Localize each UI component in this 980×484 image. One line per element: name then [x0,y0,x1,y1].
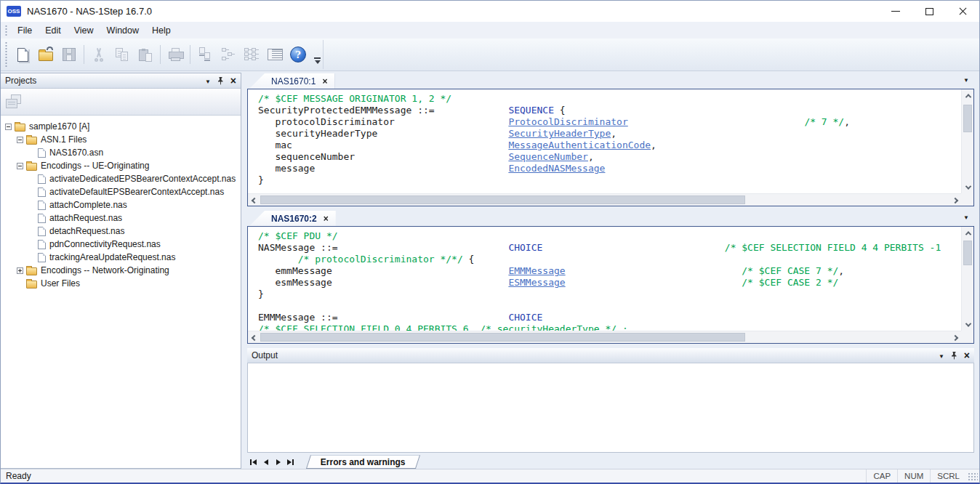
resize-grip[interactable] [968,472,978,481]
status-message: Ready [6,471,31,481]
type-reference-link[interactable]: EMMMessage [508,265,565,276]
type-reference-link[interactable]: SequenceNumber [508,151,588,162]
type-reference-link[interactable]: EncodedNASMessage [508,163,605,174]
tree-item[interactable]: attachRequest.nas [1,211,241,225]
tab-close-icon[interactable] [322,76,327,86]
next-tab-button[interactable] [272,456,284,468]
comment-token: /* $CEF CASE 7 */ [742,265,838,276]
tab-list-dropdown-icon[interactable] [963,74,969,84]
file-icon [38,240,46,249]
previous-tab-button[interactable] [260,456,272,468]
editor-pane-2[interactable]: /* $CEF PDU */NASMessage ::=CHOICE/* $CE… [247,226,974,344]
scrollbar-corner [961,331,973,343]
pin-icon[interactable] [217,77,224,85]
scroll-left-button[interactable] [248,194,260,206]
menu-window[interactable]: Window [100,23,145,38]
scroll-down-button[interactable] [962,181,974,193]
menu-help[interactable]: Help [145,23,177,38]
scroll-right-button[interactable] [949,331,961,344]
new-document-button[interactable] [11,43,34,66]
scroll-right-button[interactable] [949,194,961,206]
print-button [164,43,187,66]
tree-item[interactable]: attachComplete.nas [1,198,241,211]
scroll-thumb[interactable] [963,241,972,265]
first-tab-button[interactable] [247,456,260,468]
tree-item[interactable]: sample1670 [A] [1,120,241,133]
help-button[interactable]: ? [286,43,310,66]
close-button[interactable] [946,1,979,22]
tree-item[interactable]: User Files [1,277,241,290]
code-view-1[interactable]: /* $CEF MESSAGE ORIGINATOR 1, 2 */Securi… [248,89,961,193]
menu-edit[interactable]: Edit [39,23,68,38]
tree-item[interactable]: detachRequest.nas [1,225,241,238]
menu-file[interactable]: File [11,23,39,38]
status-bar: Ready CAPNUMSCRL [1,469,979,483]
chevron-left-icon [251,334,257,340]
vertical-scrollbar[interactable] [961,89,973,193]
arrow-left-icon [264,459,268,465]
scroll-thumb[interactable] [963,105,972,132]
code-view-2[interactable]: /* $CEF PDU */NASMessage ::=CHOICE/* $CE… [248,227,961,331]
scroll-up-button[interactable] [962,89,974,102]
code-token: EMMMessage ::= [258,312,338,323]
scroll-down-button[interactable] [962,318,974,331]
horizontal-scrollbar[interactable] [248,193,961,206]
paste-icon [139,48,152,62]
tree-item[interactable]: ASN.1 Files [1,133,241,146]
toolbar-separator [84,45,84,64]
scroll-left-button[interactable] [248,331,260,344]
toolbar-overflow-button[interactable] [312,40,324,69]
scroll-up-button[interactable] [962,227,974,239]
code-token: message [275,163,315,174]
output-content[interactable] [247,363,974,453]
output-panel: Output Errors and warnings [247,348,974,469]
paste-button [134,43,157,66]
open-button[interactable] [34,43,57,66]
collapse-icon[interactable] [5,124,12,130]
scroll-thumb[interactable] [260,195,745,204]
last-tab-button[interactable] [284,456,297,468]
editor-pane-1[interactable]: /* $CEF MESSAGE ORIGINATOR 1, 2 */Securi… [247,89,974,206]
value-grid-icon [268,49,283,60]
tree-item[interactable]: activateDedicatedEPSBearerContextAccept.… [1,172,241,185]
pin-icon[interactable] [951,352,957,360]
tree-item[interactable]: Encodings -- Network-Originating [1,264,241,277]
panel-menu-dropdown-icon[interactable] [205,76,211,86]
vertical-scrollbar[interactable] [961,227,973,331]
tree-item[interactable]: pdnConnectivityRequest.nas [1,238,241,251]
minimize-button[interactable] [879,1,912,22]
horizontal-scrollbar[interactable] [248,331,961,343]
tab-nas1670-2[interactable]: NAS1670:2 [249,211,336,226]
tree-item[interactable]: NAS1670.asn [1,146,241,159]
maximize-button[interactable] [912,1,946,22]
panel-menu-dropdown-icon[interactable] [939,350,944,360]
toolbar-separator [160,45,161,64]
panel-close-icon[interactable] [230,76,236,86]
tree-item[interactable]: trackingAreaUpdateRequest.nas [1,251,241,264]
status-indicator-scrl: SCRL [930,469,966,483]
tab-errors-and-warnings[interactable]: Errors and warnings [306,455,420,469]
collapse-icon[interactable] [17,163,23,169]
type-reference-link[interactable]: MessageAuthenticationCode [508,140,651,150]
menu-view[interactable]: View [68,23,100,38]
code-token: } [258,174,264,185]
tab-close-icon[interactable] [324,214,329,224]
scroll-thumb[interactable] [260,333,745,342]
application-window: OSS NAS1670 - NAS-1Step 16.7.0 FileEditV… [0,0,980,484]
tree-item-label: activateDedicatedEPSBearerContextAccept.… [49,174,236,184]
tree-item[interactable]: Encodings -- UE-Originating [1,159,241,172]
window-title: NAS1670 - NAS-1Step 16.7.0 [27,6,152,17]
tree-item[interactable]: activateDefaultEPSBearerContextAccept.na… [1,185,241,198]
type-reference-link[interactable]: SecurityHeaderType [508,128,611,139]
tab-nas1670-1[interactable]: NAS1670:1 [249,73,334,89]
toolbar-drag-grip[interactable] [5,41,7,68]
collapse-icon[interactable] [17,137,23,143]
expand-icon[interactable] [17,267,23,274]
project-pages-icon[interactable] [6,94,25,109]
type-reference-link[interactable]: ProtocolDiscriminator [508,116,627,127]
panel-close-icon[interactable] [964,350,970,361]
type-reference-link[interactable]: ESMMessage [508,277,565,288]
help-icon: ? [290,47,306,62]
tab-list-dropdown-icon[interactable] [963,211,969,222]
menubar-drag-grip[interactable] [5,25,7,36]
